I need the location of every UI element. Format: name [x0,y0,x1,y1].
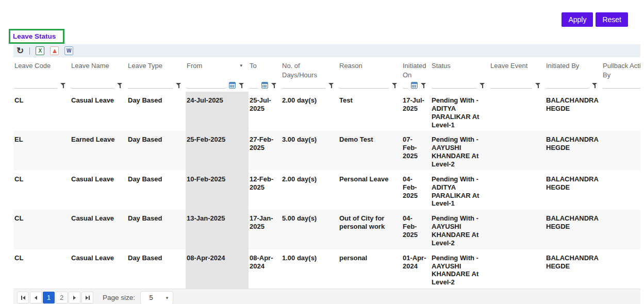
last-page-button[interactable] [81,292,93,303]
table-cell: 25-Feb-2025 [186,131,249,170]
page-button-2[interactable]: 2 [56,292,68,303]
filter-icon[interactable] [271,83,277,89]
table-cell: 08-Apr-2024 [249,249,281,289]
page-size-label: Page size: [103,294,135,301]
page-button-1[interactable]: 1 [43,292,55,303]
filter-icon[interactable] [176,83,181,89]
refresh-icon[interactable]: ↻ [16,46,24,55]
word-export-icon[interactable]: W [64,46,73,55]
filter-icon[interactable] [592,83,598,89]
table-cell: 17-Jan-2025 [249,210,281,249]
filter-icon[interactable] [480,83,485,89]
column-header-leave-event[interactable]: Leave Event [489,57,545,82]
table-cell: 04-Feb-2025 [402,171,431,210]
page-title: Leave Status [13,32,56,40]
next-page-button[interactable] [69,292,80,303]
page-size-value: 5 [141,294,161,301]
table-cell: Personal Leave [338,171,402,210]
triangle-left-icon [35,296,37,300]
table-cell: Earned Leave [70,131,127,170]
column-header-reason[interactable]: Reason [338,57,402,82]
table-cell [489,210,545,249]
column-header-pullback-action-by[interactable]: Pullback Action By [602,57,640,82]
chevron-down-icon[interactable]: ▾ [240,62,242,69]
filter-icon[interactable] [535,83,541,89]
filter-icon[interactable] [421,83,426,89]
column-header-from-label: From [187,61,202,71]
filter-input-status[interactable] [432,82,476,89]
table-cell: 27-Feb-2025 [249,131,281,170]
table-cell: BALACHANDRA HEGDE [545,92,602,131]
column-header-from[interactable]: From ▾ [186,57,249,82]
table-cell: Pending With - ADITYA PARALIKAR At Level… [431,171,489,210]
pdf-glyph [53,49,57,53]
column-header-leave-code[interactable]: Leave Code [13,57,70,82]
table-cell: BALACHANDRA HEGDE [545,171,602,210]
calendar-icon[interactable] [229,82,236,89]
table-cell: 1.00 day(s) [281,249,338,289]
column-header-status[interactable]: Status [431,57,489,82]
reset-button[interactable]: Reset [596,12,628,27]
table-cell [489,249,545,289]
grid-toolbar: ↻ X W [13,44,640,57]
pagination-bar: 1 2 Page size: 5 ▾ [13,289,640,304]
triangle-right-icon [86,296,88,300]
filter-icon[interactable] [328,83,334,89]
column-header-leave-type[interactable]: Leave Type [127,57,186,82]
filter-input-from[interactable] [187,82,226,89]
top-action-bar: Apply Reset [562,12,628,27]
table-cell: Casual Leave [70,92,127,131]
column-header-to[interactable]: To [249,57,281,82]
table-cell [602,210,640,249]
filter-input-leave-type[interactable] [128,82,173,89]
filter-icon[interactable] [239,83,244,89]
table-cell: CL [13,92,70,131]
table-cell: 08-Apr-2024 [186,249,249,289]
first-page-button[interactable] [17,292,29,303]
apply-button[interactable]: Apply [562,12,593,27]
table-cell: 2.00 day(s) [281,171,338,210]
table-cell: 17-Jul-2025 [402,92,431,131]
table-cell: 13-Jan-2025 [186,210,249,249]
filter-input-leave-code[interactable] [14,82,57,89]
filter-icon[interactable] [117,83,123,89]
filter-input-initiated-on[interactable] [403,82,408,89]
table-cell: Day Based [127,131,186,170]
filter-input-reason[interactable] [339,82,389,89]
filter-icon[interactable] [60,83,66,89]
column-header-initiated-by[interactable]: Initiated By [545,57,602,82]
filter-input-leave-event[interactable] [490,82,532,89]
calendar-icon[interactable] [411,82,418,89]
previous-page-button[interactable] [30,292,42,303]
table-cell: 12-Feb-2025 [249,171,281,210]
filter-icon[interactable] [392,83,398,89]
pdf-export-icon[interactable] [50,46,59,55]
column-header-days-hours[interactable]: No. of Days/Hours [281,57,338,82]
page-size-select[interactable]: 5 ▾ [140,291,173,304]
table-cell: Test [338,92,402,131]
excel-export-icon[interactable]: X [36,46,44,55]
calendar-icon[interactable] [261,82,268,89]
first-page-icon [21,296,22,300]
filter-input-initiated-by[interactable] [546,82,589,89]
table-cell: Casual Leave [70,249,127,289]
filter-input-to[interactable] [250,82,258,89]
filter-input-leave-name[interactable] [71,82,114,89]
column-header-initiated-on[interactable]: Initiated On [402,57,431,82]
table-cell: 25-Jul-2025 [249,92,281,131]
table-cell: BALACHANDRA HEGDE [545,210,602,249]
table-cell: BALACHANDRA HEGDE [545,249,602,289]
table-cell: CL [13,210,70,249]
filter-input-days-hours[interactable] [282,82,325,89]
table-row: ELEarned LeaveDay Based25-Feb-202527-Feb… [13,131,640,170]
filter-input-pullback-action-by[interactable] [603,82,640,89]
table-cell: Demo Test [338,131,402,170]
table-cell: BALACHANDRA HEGDE [545,131,602,170]
triangle-right-icon [73,296,76,300]
table-cell: Casual Leave [70,210,127,249]
table-cell: Pending With - AAYUSHI KHANDARE At Level… [431,249,489,289]
table-cell: 07-Feb-2025 [402,131,431,170]
column-header-leave-name[interactable]: Leave Name [70,57,127,82]
table-cell: Day Based [127,249,186,289]
table-cell: EL [13,131,70,170]
